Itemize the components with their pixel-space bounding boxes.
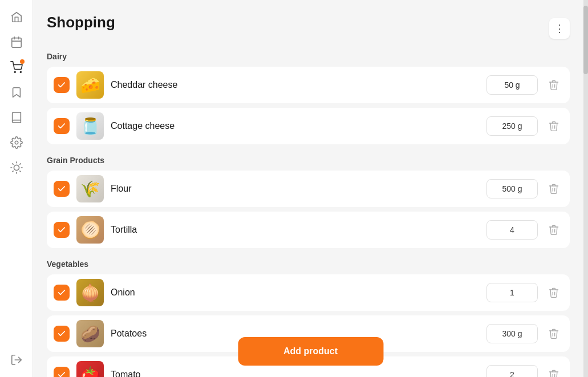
more-button[interactable]: ⋮ [549, 18, 570, 39]
page-title: Shopping [47, 14, 115, 31]
scrollbar-thumb[interactable] [583, 6, 588, 74]
delete-button[interactable] [545, 366, 563, 377]
svg-line-15 [19, 164, 20, 164]
item-checkbox[interactable] [54, 222, 70, 238]
svg-point-4 [14, 71, 15, 72]
sidebar [0, 0, 33, 377]
item-checkbox[interactable] [54, 181, 70, 197]
delete-button[interactable] [545, 180, 563, 198]
main-content: Shopping ⋮ Dairy 🧀 Cheddar cheese [33, 0, 588, 377]
item-name: Cottage cheese [111, 121, 480, 131]
item-image: 🧀 [76, 71, 104, 99]
section-title-2: Vegetables [47, 260, 570, 269]
section-title-0: Dairy [47, 52, 570, 61]
item-checkbox[interactable] [54, 367, 70, 377]
item-image: 🫙 [76, 112, 104, 140]
item-checkbox[interactable] [54, 77, 70, 93]
item-name: Tomato [111, 370, 480, 377]
item-quantity-input[interactable] [486, 283, 538, 302]
item-name: Onion [111, 287, 480, 298]
item-quantity-input[interactable] [486, 324, 538, 343]
item-image: 🌾 [76, 175, 104, 202]
item-name: Flour [111, 184, 480, 194]
cart-icon[interactable] [6, 57, 27, 78]
item-name: Tortilla [111, 225, 480, 235]
svg-line-11 [19, 171, 20, 172]
content-area: Shopping ⋮ Dairy 🧀 Cheddar cheese [33, 0, 588, 377]
item-image: 🧅 [76, 279, 104, 306]
page-header: Shopping ⋮ [47, 14, 570, 43]
bookmark-icon[interactable] [6, 82, 27, 103]
logout-icon[interactable] [6, 350, 27, 370]
item-quantity-input[interactable] [486, 220, 538, 240]
table-row: 🫓 Tortilla [47, 212, 570, 248]
item-name: Cheddar cheese [111, 80, 480, 90]
item-image: 🍅 [76, 361, 104, 377]
table-row: 🧀 Cheddar cheese [47, 67, 570, 103]
item-checkbox[interactable] [54, 285, 70, 301]
delete-button[interactable] [545, 221, 563, 239]
svg-line-10 [12, 164, 13, 164]
add-product-button[interactable]: Add product [238, 337, 383, 366]
svg-point-6 [15, 141, 18, 144]
item-image: 🥔 [76, 320, 104, 347]
delete-button[interactable] [545, 76, 563, 94]
table-row: 🫙 Cottage cheese [47, 108, 570, 144]
item-checkbox[interactable] [54, 118, 70, 134]
cart-badge [20, 59, 25, 64]
delete-button[interactable] [545, 283, 563, 302]
delete-button[interactable] [545, 325, 563, 343]
delete-button[interactable] [545, 117, 563, 135]
item-image: 🫓 [76, 216, 104, 244]
scrollbar[interactable] [583, 0, 588, 377]
book-icon[interactable] [6, 107, 27, 128]
table-row: 🧅 Onion [47, 274, 570, 311]
table-row: 🌾 Flour [47, 171, 570, 207]
item-quantity-input[interactable] [486, 179, 538, 198]
calendar-icon[interactable] [6, 32, 27, 52]
svg-line-14 [12, 171, 13, 172]
section-title-1: Grain Products [47, 156, 570, 165]
item-quantity-input[interactable] [486, 75, 538, 95]
home-icon[interactable] [6, 7, 27, 27]
settings-icon[interactable] [6, 132, 27, 153]
sections-container: Dairy 🧀 Cheddar cheese 🫙 [47, 52, 570, 377]
item-checkbox[interactable] [54, 326, 70, 342]
item-quantity-input[interactable] [486, 116, 538, 136]
svg-point-5 [20, 71, 21, 72]
item-quantity-input[interactable] [486, 365, 538, 377]
sun-icon[interactable] [6, 157, 27, 178]
svg-point-7 [14, 165, 19, 170]
svg-rect-0 [11, 38, 21, 48]
